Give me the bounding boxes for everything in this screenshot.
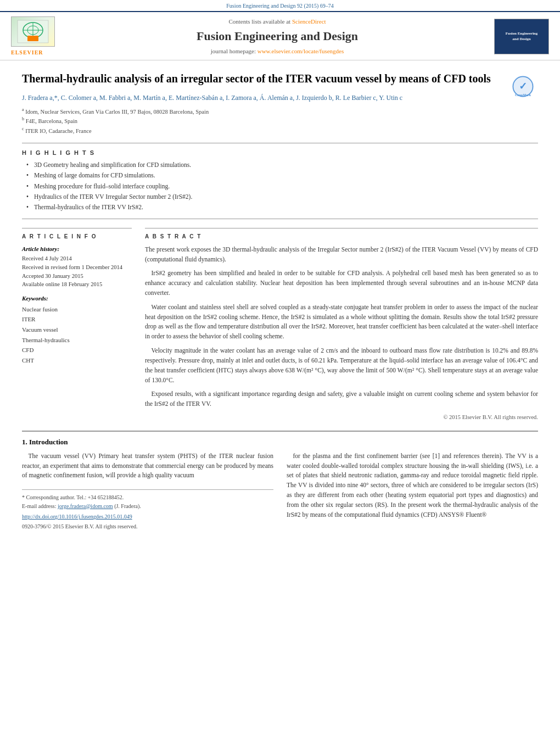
abstract-text: The present work exposes the 3D thermal-… — [145, 245, 538, 409]
highlight-item: Thermal-hydraulics of the ITER VV IrS#2. — [26, 203, 538, 211]
corresponding-author: * Corresponding author. Tel.: +34 652188… — [22, 493, 273, 502]
main-content: Thermal-hydraulic analysis of an irregul… — [0, 60, 560, 542]
abstract-col: A B S T R A C T The present work exposes… — [145, 228, 538, 422]
abstract-section: A B S T R A C T The present work exposes… — [145, 228, 538, 422]
article-info-label: A R T I C L E I N F O — [22, 233, 132, 241]
abstract-para-2: IrS#2 geometry has been simplified and h… — [145, 269, 538, 298]
journal-homepage: journal homepage: www.elsevier.com/locat… — [60, 47, 494, 55]
keyword: Thermal-hydraulics — [22, 335, 132, 345]
journal-name: Fusion Engineering and Design — [60, 28, 494, 45]
journal-logo-right: Fusion Engineeringand Design — [494, 19, 549, 54]
article-body-cols: A R T I C L E I N F O Article history: R… — [22, 228, 538, 422]
page-wrapper: Fusion Engineering and Design 92 (2015) … — [0, 0, 560, 542]
keyword: CFD — [22, 345, 132, 355]
highlight-item: Meshing of large domains for CFD simulat… — [26, 171, 538, 180]
footnote-area: * Corresponding author. Tel.: +34 652188… — [22, 489, 273, 510]
top-banner: Fusion Engineering and Design 92 (2015) … — [0, 0, 560, 12]
sciencedirect-link[interactable]: ScienceDirect — [292, 18, 326, 25]
abstract-para-1: The present work exposes the 3D thermal-… — [145, 245, 538, 265]
keyword: CHT — [22, 355, 132, 366]
homepage-link[interactable]: www.elsevier.com/locate/fusengdes — [257, 48, 344, 54]
highlights-list: 3D Geometry healing and simplification f… — [22, 160, 538, 211]
intro-para-right: for the plasma and the first confinement… — [287, 451, 538, 520]
history-label: Article history: — [22, 245, 132, 253]
article-info-box: A R T I C L E I N F O Article history: R… — [22, 228, 132, 366]
elsevier-logo: ELSEVIER — [11, 16, 60, 57]
elsevier-logo-box — [11, 16, 55, 47]
affiliation-a: a Idom, Nuclear Services, Gran Vía Carlo… — [22, 107, 538, 116]
keyword: Vacuum vessel — [22, 325, 132, 335]
elsevier-text: ELSEVIER — [11, 49, 43, 57]
email-link[interactable]: jorge.fradera@idom.com — [58, 503, 113, 509]
keyword: Nuclear fusion — [22, 304, 132, 315]
copyright-line: © 2015 Elsevier B.V. All rights reserved… — [145, 414, 538, 422]
article-info-col: A R T I C L E I N F O Article history: R… — [22, 228, 132, 422]
journal-header: ELSEVIER Contents lists available at Sci… — [0, 12, 560, 60]
intro-col-right: for the plasma and the first confinement… — [287, 451, 538, 531]
keywords-group: Keywords: Nuclear fusion ITER Vacuum ves… — [22, 294, 132, 366]
affiliation-c: c ITER IO, Cadarache, France — [22, 126, 538, 135]
abstract-para-5: Exposed results, with a significant impo… — [145, 389, 538, 409]
affiliation-b: b F4E, Barcelona, Spain — [22, 116, 538, 125]
issn-line: 0920-3796/© 2015 Elsevier B.V. All right… — [22, 522, 273, 531]
introduction-section: 1. Introduction The vacuum vessel (VV) P… — [22, 431, 538, 531]
doi-link[interactable]: http://dx.doi.org/10.1016/j.fusengdes.20… — [22, 514, 132, 520]
intro-para-left: The vacuum vessel (VV) Primary heat tran… — [22, 451, 273, 481]
svg-text:✓: ✓ — [519, 81, 527, 92]
crossmark-badge: ✓ CrossMark — [508, 71, 538, 102]
accepted-text: Accepted 30 January 2015 — [22, 272, 132, 281]
highlight-item: 3D Geometry healing and simplification f… — [26, 160, 538, 169]
authors: J. Fradera a,*, C. Colomer a, M. Fabbri … — [22, 93, 538, 103]
email-line: E-mail address: jorge.fradera@idom.com (… — [22, 502, 273, 511]
highlights-section: H I G H L I G H T S 3D Geometry healing … — [22, 143, 538, 219]
article-title: Thermal-hydraulic analysis of an irregul… — [22, 71, 538, 86]
intro-cols: The vacuum vessel (VV) Primary heat tran… — [22, 451, 538, 531]
keyword: ITER — [22, 314, 132, 325]
highlight-item: Hydraulics of the ITER VV Irregular Sect… — [26, 192, 538, 201]
keywords-list: Nuclear fusion ITER Vacuum vessel Therma… — [22, 304, 132, 366]
banner-text: Fusion Engineering and Design 92 (2015) … — [226, 3, 334, 9]
journal-logo-text: Fusion Engineeringand Design — [506, 31, 538, 41]
revised-text: Received in revised form 1 December 2014 — [22, 263, 132, 272]
sciencedirect-line: Contents lists available at ScienceDirec… — [60, 18, 494, 26]
svg-text:CrossMark: CrossMark — [515, 93, 531, 97]
highlights-title: H I G H L I G H T S — [22, 149, 538, 157]
highlight-item: Meshing procedure for fluid–solid interf… — [26, 182, 538, 191]
svg-rect-5 — [27, 36, 38, 41]
abstract-label: A B S T R A C T — [145, 233, 538, 241]
doi-line: http://dx.doi.org/10.1016/j.fusengdes.20… — [22, 512, 273, 521]
affiliations: a Idom, Nuclear Services, Gran Vía Carlo… — [22, 107, 538, 135]
journal-header-center: Contents lists available at ScienceDirec… — [60, 18, 494, 56]
received-text: Received 4 July 2014 — [22, 254, 132, 263]
intro-heading: 1. Introduction — [22, 437, 538, 447]
keywords-label: Keywords: — [22, 294, 132, 303]
available-text: Available online 18 February 2015 — [22, 280, 132, 289]
abstract-para-4: Velocity magnitude in the water coolant … — [145, 346, 538, 385]
history-group: Article history: Received 4 July 2014 Re… — [22, 245, 132, 289]
abstract-para-3: Water coolant and stainless steel shell … — [145, 303, 538, 342]
intro-col-left: The vacuum vessel (VV) Primary heat tran… — [22, 451, 273, 531]
